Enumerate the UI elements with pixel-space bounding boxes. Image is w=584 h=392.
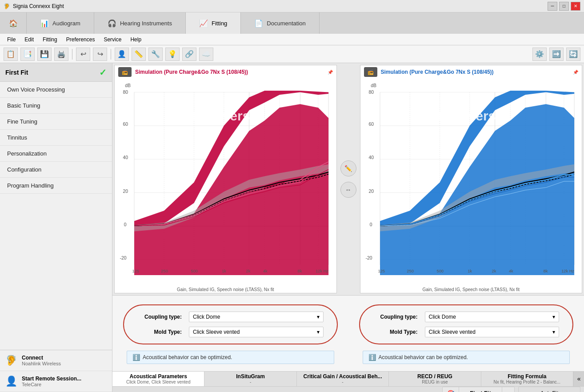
tab-hearing-label: Hearing Instruments (120, 20, 172, 27)
nav-tabs: 🏠 📊 Audiogram 🎧 Hearing Instruments 📈 Fi… (0, 12, 584, 34)
svg-text:0: 0 (124, 222, 127, 227)
info-icon-right: ℹ️ (368, 354, 376, 361)
sidebar-footer-connect[interactable]: 🦻 Connect Noahlink Wireless (0, 350, 112, 371)
toolbar-measure[interactable]: 📏 (132, 48, 146, 61)
tab-recd-sub: REUG in use (422, 380, 448, 384)
connect-device-icon: 🦻 (5, 355, 17, 366)
menu-file[interactable]: File (4, 36, 19, 44)
tab-fitting-label: Fitting (212, 20, 227, 27)
info-message-left: Acoustical behavior can be optimized. (143, 354, 232, 360)
toolbar-cloud[interactable]: ☁️ (199, 48, 213, 61)
chart-left-pin-icon[interactable]: 📌 (328, 70, 333, 75)
tab-critical-title: Critical Gain / Acoustical Beh... (304, 373, 382, 380)
sidebar-item-personalization[interactable]: Personalization (0, 146, 112, 162)
coupling-row-left-mold: Mold Type: Click Sleeve vented ▾ (137, 327, 324, 337)
chart-left: 📻 Simulation (Pure Charge&Go 7Nx S (108/… (114, 65, 337, 293)
minimize-button[interactable]: ─ (548, 2, 557, 11)
toolbar-redo[interactable]: ↪ (93, 48, 107, 61)
tab-fitting-formula-sub: Nx fit, Hearing Profile 2 - Balanc... (494, 380, 561, 384)
tab-critical[interactable]: Critical Gain / Acoustical Beh... - (297, 372, 389, 386)
tab-insitugram-sub: - (250, 380, 251, 384)
home-icon: 🏠 (9, 19, 18, 28)
tab-acoustical[interactable]: Acoustical Parameters Click Dome, Click … (112, 372, 204, 386)
toolbar-print[interactable]: 🖨️ (54, 48, 68, 61)
toolbar-arrow-right[interactable]: ➡️ (549, 48, 564, 61)
menu-help[interactable]: Help (127, 36, 145, 44)
app-icon: 🦻 (4, 3, 10, 9)
tab-documentation[interactable]: 📄 Documentation (241, 12, 319, 34)
toolbar-new[interactable]: 📋 (4, 48, 18, 61)
menu-preferences[interactable]: Preferences (63, 36, 99, 44)
first-fit-icon[interactable]: 🎯 (443, 387, 459, 392)
edit-curve-button[interactable]: ✏️ (340, 160, 356, 176)
tab-fitting-formula[interactable]: Fitting Formula Nx fit, Hearing Profile … (481, 372, 573, 386)
sidebar-item-tinnitus[interactable]: Tinnitus (0, 130, 112, 146)
mold-type-dropdown-icon-right: ▾ (552, 329, 555, 335)
title-bar-left: 🦻 Signia Connexx Eight (4, 3, 64, 9)
chart-right-wrapper: dB 80 60 40 20 0 -20 (360, 79, 582, 286)
svg-text:-20: -20 (365, 256, 372, 260)
svg-text:2k: 2k (246, 269, 251, 273)
menu-edit[interactable]: Edit (21, 36, 37, 44)
chart-right-title: Simulation (Pure Charge&Go 7Nx S (108/45… (381, 69, 494, 75)
tab-fitting[interactable]: 📈 Fitting (186, 12, 241, 34)
toolbar-settings-right[interactable]: ⚙️ (532, 48, 547, 61)
audiogram-icon: 📊 (40, 19, 49, 28)
tab-hearing-instruments[interactable]: 🎧 Hearing Instruments (94, 12, 186, 34)
svg-text:40: 40 (368, 155, 374, 160)
connect-subtitle: Noahlink Wireless (22, 361, 61, 366)
tab-audiogram[interactable]: 📊 Audiogram (27, 12, 94, 34)
close-button[interactable]: ✕ (571, 2, 580, 11)
tab-recd[interactable]: RECD / REUG REUG in use (389, 372, 481, 386)
chart-left-svg: dB 80 60 40 20 0 -20 (115, 79, 336, 286)
autofit-button[interactable]: AutoFit (518, 387, 580, 392)
chart-right-pin-icon[interactable]: 📌 (573, 70, 578, 75)
toolbar-bulb[interactable]: 💡 (165, 48, 180, 61)
tab-documentation-label: Documentation (267, 20, 305, 27)
menu-service[interactable]: Service (100, 36, 125, 44)
coupling-type-select-left[interactable]: Click Dome ▾ (189, 312, 324, 322)
coupling-type-select-right[interactable]: Click Dome ▾ (425, 312, 560, 322)
svg-text:20: 20 (368, 189, 374, 194)
toolbar-refresh[interactable]: 🔄 (566, 48, 580, 61)
first-fit-button[interactable]: First Fit (459, 387, 502, 392)
svg-text:60: 60 (368, 122, 374, 127)
tab-insitugram[interactable]: InSituGram - (204, 372, 296, 386)
target-icon: 🎯 (447, 390, 454, 392)
main-layout: First Fit ✓ Own Voice Processing Basic T… (0, 63, 584, 392)
toolbar-copy[interactable]: 📑 (20, 48, 35, 61)
sidebar-item-fine-tuning[interactable]: Fine Tuning (0, 114, 112, 130)
content-area: 📻 Simulation (Pure Charge&Go 7Nx S (108/… (112, 63, 584, 392)
menu-bar: File Edit Fitting Preferences Service He… (0, 34, 584, 45)
sidebar-item-basic-tuning[interactable]: Basic Tuning (0, 98, 112, 114)
sidebar-check-icon: ✓ (99, 67, 107, 78)
maximize-button[interactable]: □ (559, 2, 569, 11)
charts-area: 📻 Simulation (Pure Charge&Go 7Nx S (108/… (112, 63, 584, 295)
sidebar-footer-remote[interactable]: 👤 Start Remote Session... TeleCare (0, 371, 112, 392)
svg-text:500: 500 (436, 269, 443, 273)
toolbar-patient[interactable]: 👤 (115, 48, 129, 61)
svg-text:250: 250 (161, 269, 168, 273)
action-bar: 🎯 First Fit ▾ AutoFit (112, 386, 584, 392)
toolbar-connect[interactable]: 🔗 (182, 48, 196, 61)
toolbar-wrench[interactable]: 🔧 (148, 48, 163, 61)
svg-text:4k: 4k (508, 269, 513, 273)
tab-acoustical-sub: Click Dome, Click Sleeve vented (126, 380, 191, 384)
sidebar-title: First Fit (5, 69, 28, 76)
collapse-tabs-button[interactable]: « (573, 372, 584, 386)
menu-fitting[interactable]: Fitting (39, 36, 61, 44)
toolbar-undo[interactable]: ↩ (76, 48, 90, 61)
svg-text:125: 125 (378, 269, 384, 273)
chart-right-svg: dB 80 60 40 20 0 -20 (360, 79, 582, 286)
sidebar-item-own-voice[interactable]: Own Voice Processing (0, 82, 112, 98)
mold-type-select-left[interactable]: Click Sleeve vented ▾ (189, 327, 324, 337)
tab-home[interactable]: 🏠 (0, 12, 27, 34)
transfer-button[interactable]: ↔️ (340, 182, 356, 198)
toolbar-save[interactable]: 💾 (37, 48, 52, 61)
svg-text:8k: 8k (298, 269, 302, 273)
sidebar-item-configuration[interactable]: Configuration (0, 162, 112, 178)
coupling-group-right: Coupling type: Click Dome ▾ Mold Type: C… (359, 304, 574, 344)
first-fit-dropdown[interactable]: ▾ (502, 387, 514, 392)
mold-type-select-right[interactable]: Click Sleeve vented ▾ (425, 327, 560, 337)
sidebar-item-program-handling[interactable]: Program Handling (0, 178, 112, 194)
